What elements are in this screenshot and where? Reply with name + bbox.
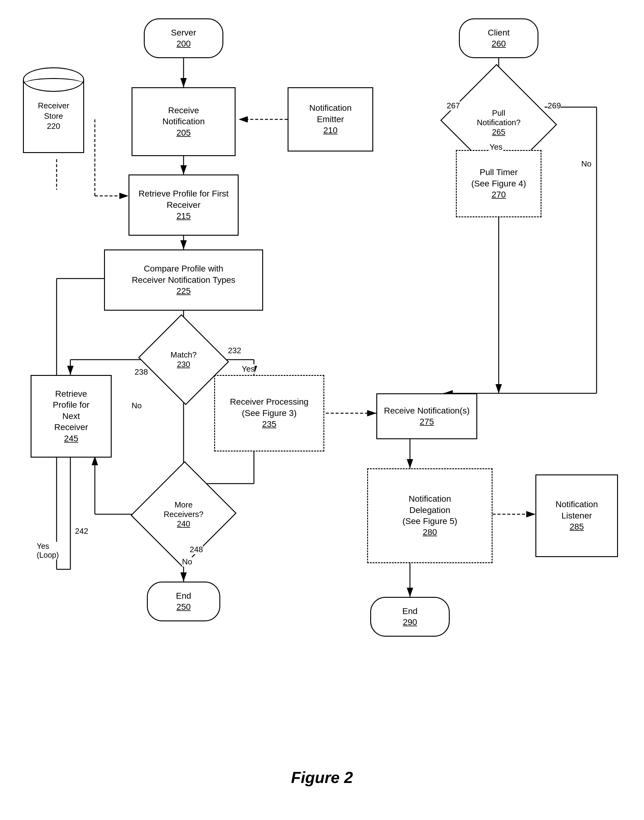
match-diamond: Match? 230 <box>150 329 217 390</box>
diagram: Server 200 Client 260 ReceiveNotificatio… <box>0 0 644 796</box>
label-242: 242 <box>75 527 88 536</box>
pull-timer-label: Pull Timer(See Figure 4) <box>471 167 526 189</box>
server-node: Server 200 <box>144 18 223 58</box>
client-num: 260 <box>492 38 506 49</box>
end-client-label: End <box>402 606 418 617</box>
receive-notifications-node: Receive Notification(s) 275 <box>376 393 477 439</box>
client-label: Client <box>488 27 510 38</box>
more-receivers-num: 240 <box>177 519 190 528</box>
notification-delegation-num: 280 <box>423 527 437 538</box>
notification-emitter-node: NotificationEmitter 210 <box>288 87 373 152</box>
more-receivers-diamond: MoreReceivers? 240 <box>147 476 220 553</box>
label-no-match: No <box>132 401 142 410</box>
client-node: Client 260 <box>459 18 538 58</box>
label-yes-pull: Yes <box>489 142 502 152</box>
label-248: 248 <box>190 545 203 554</box>
receive-notifications-num: 275 <box>420 416 434 427</box>
receive-notification-label: ReceiveNotification <box>163 105 205 127</box>
more-receivers-label: MoreReceivers? <box>164 500 204 519</box>
pull-notification-label: PullNotification? <box>477 108 520 127</box>
receiver-store-node: ReceiverStore 220 <box>17 68 90 161</box>
figure-caption: Figure 2 <box>291 768 353 787</box>
end-client-node: End 290 <box>370 597 450 637</box>
pull-notification-num: 265 <box>492 127 505 137</box>
retrieve-first-label: Retrieve Profile for First Receiver <box>129 188 238 210</box>
end-server-label: End <box>176 590 191 602</box>
compare-profile-label: Compare Profile withReceiver Notificatio… <box>132 263 236 286</box>
notification-delegation-label: NotificationDelegation(See Figure 5) <box>403 493 457 527</box>
receiver-store-num: 220 <box>47 121 60 131</box>
end-server-num: 250 <box>176 602 191 613</box>
label-238: 238 <box>135 367 148 377</box>
match-num: 230 <box>177 360 190 369</box>
compare-profile-num: 225 <box>176 286 191 296</box>
notification-emitter-label: NotificationEmitter <box>309 103 352 125</box>
receiver-processing-num: 235 <box>262 419 277 430</box>
pull-timer-node: Pull Timer(See Figure 4) 270 <box>456 150 541 217</box>
receiver-processing-label: Receiver Processing(See Figure 3) <box>230 396 309 419</box>
label-232: 232 <box>228 346 241 355</box>
notification-emitter-num: 210 <box>324 125 338 136</box>
retrieve-next-node: RetrieveProfile forNextReceiver 245 <box>31 375 112 458</box>
retrieve-next-num: 245 <box>64 433 78 444</box>
receiver-processing-node: Receiver Processing(See Figure 3) 235 <box>214 375 324 451</box>
notification-listener-node: NotificationListener 285 <box>535 474 618 557</box>
match-label: Match? <box>170 350 196 360</box>
server-num: 200 <box>176 38 191 49</box>
retrieve-first-num: 215 <box>176 210 191 222</box>
receive-notification-num: 205 <box>176 127 191 138</box>
server-label: Server <box>171 27 196 38</box>
pull-timer-num: 270 <box>492 189 506 200</box>
receiver-store-label: ReceiverStore <box>38 101 69 121</box>
retrieve-next-label: RetrieveProfile forNextReceiver <box>53 389 90 433</box>
label-yes-loop: Yes(Loop) <box>37 542 59 559</box>
receive-notification-node: ReceiveNotification 205 <box>132 87 236 156</box>
compare-profile-node: Compare Profile withReceiver Notificatio… <box>104 249 263 311</box>
notification-delegation-node: NotificationDelegation(See Figure 5) 280 <box>367 468 492 563</box>
label-267: 267 <box>447 101 460 111</box>
end-server-node: End 250 <box>147 582 220 621</box>
label-269: 269 <box>547 101 561 111</box>
notification-listener-num: 285 <box>570 521 584 532</box>
label-no-more: No <box>182 557 192 567</box>
end-client-num: 290 <box>403 617 417 628</box>
label-yes-match: Yes <box>242 364 255 374</box>
receive-notifications-label: Receive Notification(s) <box>384 405 470 416</box>
retrieve-first-node: Retrieve Profile for First Receiver 215 <box>129 175 239 236</box>
label-no-pull: No <box>581 159 591 169</box>
notification-listener-label: NotificationListener <box>556 499 598 521</box>
